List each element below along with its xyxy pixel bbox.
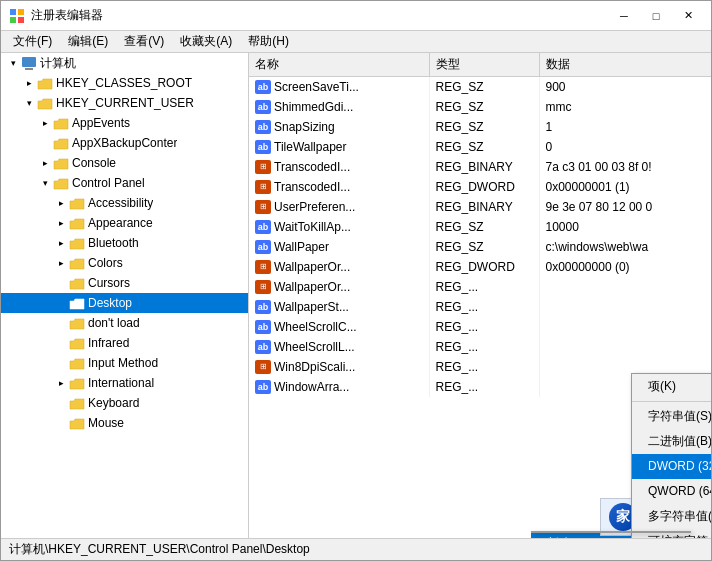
- table-row[interactable]: ⊞TranscodedI...REG_DWORD0x00000001 (1): [249, 177, 711, 197]
- tree-toggle-colors[interactable]: ▸: [53, 255, 69, 271]
- reg-icon-ab: ab: [255, 80, 271, 94]
- tree-toggle-controlpanel[interactable]: ▾: [37, 175, 53, 191]
- tree-item-appevents[interactable]: ▸AppEvents: [1, 113, 248, 133]
- tree-toggle-international[interactable]: ▸: [53, 375, 69, 391]
- table-row[interactable]: abWallPaperREG_SZc:\windows\web\wa: [249, 237, 711, 257]
- cell-data-0: 900: [539, 77, 711, 97]
- tree-item-mouse[interactable]: Mouse: [1, 413, 248, 433]
- table-row[interactable]: ⊞UserPreferen...REG_BINARY9e 3e 07 80 12…: [249, 197, 711, 217]
- tree-item-dontload[interactable]: don't load: [1, 313, 248, 333]
- cell-type-5: REG_DWORD: [429, 177, 539, 197]
- watermark-icon-letter: 家: [616, 508, 630, 526]
- table-row[interactable]: abShimmedGdi...REG_SZmmc: [249, 97, 711, 117]
- tree-panel[interactable]: ▾计算机▸HKEY_CLASSES_ROOT▾HKEY_CURRENT_USER…: [1, 53, 249, 538]
- tree-toggle-hkcu[interactable]: ▾: [21, 95, 37, 111]
- reg-name-text: WaitToKillAp...: [274, 220, 351, 234]
- cell-name-1: abShimmedGdi...: [249, 97, 429, 117]
- tree-item-keyboard[interactable]: Keyboard: [1, 393, 248, 413]
- tree-toggle-console[interactable]: ▸: [37, 155, 53, 171]
- tree-label-accessibility: Accessibility: [88, 196, 153, 210]
- tree-label-inputmethod: Input Method: [88, 356, 158, 370]
- folder-icon-cursors: [69, 275, 85, 291]
- tree-toggle-appearance[interactable]: ▸: [53, 215, 69, 231]
- folder-icon-colors: [69, 255, 85, 271]
- maximize-button[interactable]: □: [641, 6, 671, 26]
- tree-item-bluetooth[interactable]: ▸Bluetooth: [1, 233, 248, 253]
- reg-name-text: UserPreferen...: [274, 200, 355, 214]
- folder-icon-appxbackup: [53, 135, 69, 151]
- title-bar-left: 注册表编辑器: [9, 7, 103, 24]
- menu-item-收藏夹(A)[interactable]: 收藏夹(A): [172, 31, 240, 52]
- tree-toggle-keyboard: [53, 395, 69, 411]
- svg-marker-14: [70, 239, 84, 249]
- reg-icon-binary: ⊞: [255, 160, 271, 174]
- tree-label-appearance: Appearance: [88, 216, 153, 230]
- tree-item-international[interactable]: ▸International: [1, 373, 248, 393]
- table-row[interactable]: abWheelScrollC...REG_...: [249, 317, 711, 337]
- tree-item-inputmethod[interactable]: Input Method: [1, 353, 248, 373]
- cell-data-2: 1: [539, 117, 711, 137]
- tree-item-cursors[interactable]: Cursors: [1, 273, 248, 293]
- reg-name-text: WindowArra...: [274, 380, 349, 394]
- tree-item-infrared[interactable]: Infrared: [1, 333, 248, 353]
- status-bar: 计算机\HKEY_CURRENT_USER\Control Panel\Desk…: [1, 538, 711, 560]
- minimize-button[interactable]: ─: [609, 6, 639, 26]
- table-row[interactable]: ⊞Win8DpiScali...REG_...: [249, 357, 711, 377]
- tree-toggle-hkcr[interactable]: ▸: [21, 75, 37, 91]
- col-header-type: 类型: [429, 53, 539, 77]
- registry-table[interactable]: 名称 类型 数据 abScreenSaveTi...REG_SZ900abShi…: [249, 53, 711, 538]
- tree-label-desktop: Desktop: [88, 296, 132, 310]
- tree-toggle-appevents[interactable]: ▸: [37, 115, 53, 131]
- tree-item-appxbackup[interactable]: AppXBackupConter: [1, 133, 248, 153]
- cell-name-3: abTileWallpaper: [249, 137, 429, 157]
- tree-item-hkcr[interactable]: ▸HKEY_CLASSES_ROOT: [1, 73, 248, 93]
- svg-marker-21: [70, 379, 84, 389]
- tree-item-computer[interactable]: ▾计算机: [1, 53, 248, 73]
- reg-icon-binary: ⊞: [255, 200, 271, 214]
- reg-name-text: WallpaperSt...: [274, 300, 349, 314]
- cell-name-14: ⊞Win8DpiScali...: [249, 357, 429, 377]
- reg-icon-binary: ⊞: [255, 280, 271, 294]
- tree-item-colors[interactable]: ▸Colors: [1, 253, 248, 273]
- table-row[interactable]: abWindowArra...REG_...: [249, 377, 711, 397]
- tree-toggle-bluetooth[interactable]: ▸: [53, 235, 69, 251]
- cell-name-0: abScreenSaveTi...: [249, 77, 429, 97]
- table-row[interactable]: abWheelScrollL...REG_...: [249, 337, 711, 357]
- svg-marker-16: [70, 279, 84, 289]
- tree-item-hkcu[interactable]: ▾HKEY_CURRENT_USER: [1, 93, 248, 113]
- svg-marker-15: [70, 259, 84, 269]
- tree-toggle-desktop: [53, 295, 69, 311]
- menu-item-查看(V)[interactable]: 查看(V): [116, 31, 172, 52]
- cell-type-9: REG_DWORD: [429, 257, 539, 277]
- menu-item-编辑(E)[interactable]: 编辑(E): [60, 31, 116, 52]
- close-button[interactable]: ✕: [673, 6, 703, 26]
- table-row[interactable]: abScreenSaveTi...REG_SZ900: [249, 77, 711, 97]
- reg-name-text: ScreenSaveTi...: [274, 80, 359, 94]
- table-row[interactable]: abSnapSizingREG_SZ1: [249, 117, 711, 137]
- table-row[interactable]: abWaitToKillAp...REG_SZ10000: [249, 217, 711, 237]
- title-bar: 注册表编辑器 ─ □ ✕: [1, 1, 711, 31]
- folder-icon-bluetooth: [69, 235, 85, 251]
- folder-icon-mouse: [69, 415, 85, 431]
- cell-type-14: REG_...: [429, 357, 539, 377]
- tree-item-appearance[interactable]: ▸Appearance: [1, 213, 248, 233]
- tree-item-console[interactable]: ▸Console: [1, 153, 248, 173]
- tree-label-mouse: Mouse: [88, 416, 124, 430]
- tree-item-desktop[interactable]: Desktop: [1, 293, 248, 313]
- tree-label-appevents: AppEvents: [72, 116, 130, 130]
- tree-toggle-infrared: [53, 335, 69, 351]
- table-row[interactable]: abTileWallpaperREG_SZ0: [249, 137, 711, 157]
- reg-icon-binary: ⊞: [255, 360, 271, 374]
- tree-item-accessibility[interactable]: ▸Accessibility: [1, 193, 248, 213]
- tree-item-controlpanel[interactable]: ▾Control Panel: [1, 173, 248, 193]
- table-row[interactable]: ⊞WallpaperOr...REG_DWORD0x00000000 (0): [249, 257, 711, 277]
- table-row[interactable]: abWallpaperSt...REG_...: [249, 297, 711, 317]
- tree-toggle-computer[interactable]: ▾: [5, 55, 21, 71]
- menu-item-帮助(H)[interactable]: 帮助(H): [240, 31, 297, 52]
- tree-toggle-accessibility[interactable]: ▸: [53, 195, 69, 211]
- menu-bar: 文件(F)编辑(E)查看(V)收藏夹(A)帮助(H): [1, 31, 711, 53]
- table-row[interactable]: ⊞TranscodedI...REG_BINARY7a c3 01 00 03 …: [249, 157, 711, 177]
- cell-name-6: ⊞UserPreferen...: [249, 197, 429, 217]
- table-row[interactable]: ⊞WallpaperOr...REG_...: [249, 277, 711, 297]
- menu-item-文件(F)[interactable]: 文件(F): [5, 31, 60, 52]
